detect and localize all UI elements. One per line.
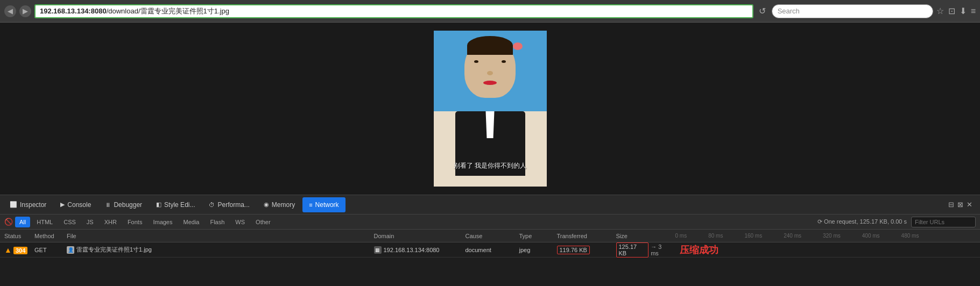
download-icon[interactable]: ⬇ (960, 6, 967, 16)
filter-ws[interactable]: WS (231, 217, 249, 227)
col-header-status: Status (0, 233, 32, 239)
devtools-tabs: ⬜ Inspector ▶ Console ⏸ Debugger ◧ Style… (0, 195, 980, 215)
figure-nose (487, 71, 493, 75)
cell-method: GET (32, 247, 65, 253)
devtools-right-icons: ⊟ ⊠ ✕ (948, 201, 977, 209)
devtools-close-icon[interactable]: ✕ (967, 201, 972, 209)
devtools-dock-icon[interactable]: ⊟ (948, 201, 954, 209)
search-bar[interactable]: Search (772, 4, 933, 18)
col-header-size: Size (614, 233, 673, 239)
image-preview: 别看了 我是你得不到的人 (434, 31, 547, 187)
tab-debugger[interactable]: ⏸ Debugger (98, 197, 149, 212)
back-button[interactable]: ◀ (4, 5, 16, 17)
devtools-popout-icon[interactable]: ⊠ (957, 201, 963, 209)
timing-0ms: 0 ms (675, 233, 687, 239)
bookmark-icon[interactable]: ☆ (936, 6, 944, 16)
filter-html[interactable]: HTML (32, 217, 57, 227)
style-editor-icon: ◧ (156, 201, 161, 208)
figure-mouth (483, 81, 497, 85)
menu-icon[interactable]: ≡ (971, 6, 976, 16)
table-row[interactable]: ▲ 304 GET 👤 雷霆专业完美证件照1寸1.jpg ▦ 192.168.1… (0, 242, 980, 258)
size-value: 125.17 KB (616, 242, 649, 258)
memory-icon: ◉ (264, 201, 269, 208)
table-header: Status Method File Domain Cause Type Tra… (0, 230, 980, 242)
col-header-cause: Cause (463, 233, 517, 239)
tab-debugger-label: Debugger (114, 201, 142, 209)
cell-timeline: 压缩成功 (673, 244, 981, 256)
eye-left (474, 60, 478, 63)
file-name: 雷霆专业完美证件照1寸1.jpg (76, 246, 152, 254)
filter-images[interactable]: Images (149, 217, 177, 227)
reload-button[interactable]: ↺ (757, 5, 769, 17)
filter-media[interactable]: Media (179, 217, 203, 227)
col-header-file: File (65, 233, 372, 239)
tab-style-editor-label: Style Edi... (164, 201, 195, 209)
cell-cause: document (463, 247, 517, 253)
status-code: 304 (13, 247, 27, 254)
timing-240ms: 240 ms (784, 233, 801, 239)
tab-inspector-label: Inspector (20, 201, 46, 209)
hair-bow (513, 42, 523, 50)
tab-inspector[interactable]: ⬜ Inspector (3, 197, 53, 212)
domain-icon: ▦ (374, 246, 382, 254)
tab-performance[interactable]: ⏱ Performa... (202, 197, 256, 212)
filter-other[interactable]: Other (251, 217, 275, 227)
filter-flash[interactable]: Flash (206, 217, 229, 227)
timing-480ms: 480 ms (901, 233, 919, 239)
debugger-icon: ⏸ (105, 202, 111, 208)
filter-fonts[interactable]: Fonts (123, 217, 147, 227)
col-header-transferred: Transferred (555, 233, 614, 239)
address-bar[interactable]: 192.168.13.134:8080/download/雷霆专业完美证件照1寸… (34, 4, 753, 18)
tab-memory[interactable]: ◉ Memory (257, 197, 301, 212)
devtools-panel: ⬜ Inspector ▶ Console ⏸ Debugger ◧ Style… (0, 195, 980, 286)
eye-right (502, 60, 506, 63)
image-overlay-text: 别看了 我是你得不到的人 (454, 161, 526, 170)
tab-network-label: Network (315, 201, 339, 209)
timing-labels: 0 ms 80 ms 160 ms 240 ms 320 ms 400 ms 4… (675, 233, 978, 239)
cell-domain: ▦ 192.168.13.134:8080 (372, 246, 463, 254)
address-host: 192.168.13.134:8080 (40, 7, 107, 15)
request-summary: ⟳ One request, 125.17 KB, 0.00 s (817, 218, 907, 225)
col-header-timeline: 0 ms 80 ms 160 ms 240 ms 320 ms 400 ms 4… (673, 233, 981, 239)
filter-js[interactable]: JS (82, 217, 98, 227)
timing-320ms: 320 ms (823, 233, 841, 239)
console-icon: ▶ (60, 201, 65, 208)
tab-console[interactable]: ▶ Console (54, 197, 97, 212)
file-icon: 👤 (67, 246, 74, 254)
timing-160ms: 160 ms (744, 233, 762, 239)
address-path: /download/雷霆专业完美证件照1寸1.jpg (107, 6, 229, 16)
tab-performance-label: Performa... (217, 201, 249, 209)
cell-file: 👤 雷霆专业完美证件照1寸1.jpg (65, 246, 372, 254)
clear-button[interactable]: 🚫 (4, 218, 13, 226)
browser-toolbar: ◀ ▶ 192.168.13.134:8080/download/雷霆专业完美证… (0, 0, 980, 23)
filter-css[interactable]: CSS (59, 217, 80, 227)
col-header-domain: Domain (372, 233, 463, 239)
cell-type: jpeg (517, 247, 555, 253)
cell-transferred: 119.76 KB (555, 247, 614, 253)
search-placeholder: Search (778, 7, 800, 15)
network-table: Status Method File Domain Cause Type Tra… (0, 230, 980, 286)
filter-all[interactable]: All (15, 217, 30, 227)
reading-icon[interactable]: ⊡ (948, 6, 955, 16)
timing-80ms: 80 ms (708, 233, 723, 239)
image-background (434, 31, 547, 111)
timing-value: → 3 ms (651, 244, 671, 256)
filter-xhr[interactable]: XHR (100, 217, 121, 227)
inspector-icon: ⬜ (10, 201, 17, 208)
tab-console-label: Console (67, 201, 91, 209)
image-body-area: 别看了 我是你得不到的人 (434, 111, 547, 187)
tab-style-editor[interactable]: ◧ Style Edi... (150, 197, 201, 212)
compress-success-label: 压缩成功 (680, 245, 718, 255)
network-icon: ≡ (309, 202, 312, 208)
toolbar-icons: ☆ ⊡ ⬇ ≡ (936, 6, 976, 16)
tab-network[interactable]: ≡ Network (302, 197, 345, 212)
filter-urls-input[interactable] (911, 217, 976, 227)
forward-button[interactable]: ▶ (19, 5, 31, 17)
col-header-type: Type (517, 233, 555, 239)
browser-content: 别看了 我是你得不到的人 (0, 23, 980, 195)
domain-value: 192.168.13.134:8080 (384, 247, 440, 253)
network-subtoolbar: 🚫 All HTML CSS JS XHR Fonts Images Media… (0, 215, 980, 230)
cell-size: 125.17 KB → 3 ms (614, 242, 673, 258)
figure-head (464, 39, 516, 98)
tab-memory-label: Memory (272, 201, 295, 209)
